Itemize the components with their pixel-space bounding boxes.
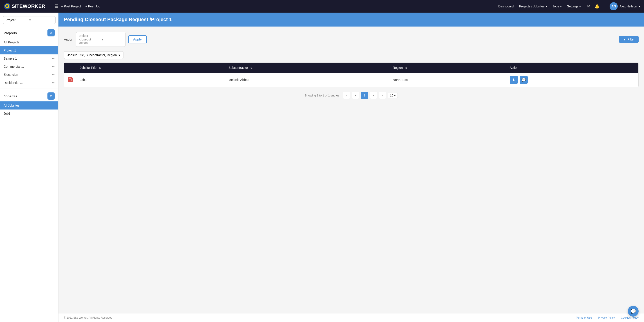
th-subcontractor: Subcontractor ⇅ (225, 63, 389, 73)
column-filter-chevron: ▾ (118, 53, 120, 57)
row-region: North-East (389, 73, 506, 87)
page-header: Pending Closeout Package Request /Projec… (58, 12, 644, 26)
jobsite-sort-icon[interactable]: ⇅ (99, 66, 101, 70)
jobsites-filter-button[interactable]: ⊘ (48, 92, 55, 100)
apply-button[interactable]: Apply (128, 35, 147, 44)
row-subcontractor: Melanie Abbott (225, 73, 389, 87)
menu-icon[interactable]: ☰ (54, 4, 58, 9)
row-jobsite-title: Job1 (76, 73, 225, 87)
data-table-container: Jobsite Title ⇅ Subcontractor ⇅ Region ⇅ (64, 62, 638, 87)
download-icon: ⬇ (512, 78, 515, 82)
pagination-info: Showing 1 to 1 of 1 entries (305, 94, 339, 97)
page-size-value: 10 (390, 94, 393, 97)
post-job-button[interactable]: + Post Job (86, 4, 100, 8)
filter-button[interactable]: ▼ Filter (619, 36, 638, 43)
table-body: Job1 Melanie Abbott North-East ⬇ 💬 (64, 73, 638, 87)
projects-filter-button[interactable]: ⊘ (48, 29, 55, 36)
message-button[interactable]: 💬 (520, 76, 528, 84)
avatar: AN (610, 2, 618, 10)
row-checkbox-cell (64, 73, 76, 87)
user-name: Alex Neilson (620, 4, 637, 8)
main-nav: Dashboard Projects / Jobsites ▾ Jobs ▾ S… (496, 3, 583, 10)
sidebar-item-sample1[interactable]: Sample 1 ✏ (0, 54, 58, 62)
th-action: Action (506, 63, 638, 73)
footer-links: Terms of Use | Privacy Policy | Cookies … (576, 316, 638, 319)
chat-icon: 💬 (630, 308, 636, 314)
terms-link[interactable]: Terms of Use (576, 316, 592, 319)
content-area: Action Select closeout action ▾ Apply ▼ … (58, 26, 644, 313)
jobs-chevron-icon: ▾ (560, 4, 562, 8)
email-icon[interactable]: ✉ (587, 4, 590, 9)
projects-section-header: Projects ⊘ (0, 28, 58, 38)
settings-link[interactable]: Settings ▾ (565, 3, 583, 10)
logo-icon (4, 3, 11, 10)
region-sort-icon[interactable]: ⇅ (405, 66, 407, 70)
filter-icon: ▼ (623, 38, 626, 41)
prev-page-button[interactable]: ‹ (352, 92, 359, 99)
download-button[interactable]: ⬇ (510, 76, 518, 84)
row-action-buttons: ⬇ 💬 (510, 76, 635, 84)
app-layout: Project ▾ Projects ⊘ All Projects Projec… (0, 12, 644, 322)
sidebar-item-electrician[interactable]: Electrician ✏ (0, 70, 58, 79)
navbar-actions: + Post Project + Post Job (61, 4, 100, 8)
sample1-edit-icon[interactable]: ✏ (52, 57, 55, 60)
closeout-action-chevron: ▾ (102, 38, 122, 41)
page-size-dropdown[interactable]: 10 ▾ (388, 93, 398, 98)
svg-rect-2 (69, 79, 71, 81)
th-checkbox (64, 63, 76, 73)
sidebar: Project ▾ Projects ⊘ All Projects Projec… (0, 12, 58, 322)
action-label: Action (64, 38, 73, 41)
jobs-link[interactable]: Jobs ▾ (550, 3, 564, 10)
jobsites-filter-icon: ⊘ (50, 94, 52, 98)
commercial-edit-icon[interactable]: ✏ (52, 65, 55, 68)
bell-icon[interactable]: 🔔 (594, 4, 600, 9)
privacy-link[interactable]: Privacy Policy (598, 316, 615, 319)
copyright: © 2021 Site Worker. All Rights Reserved (64, 316, 112, 319)
nav-divider-2 (605, 2, 605, 10)
projects-title: Projects (4, 31, 17, 35)
cookies-link[interactable]: Cookies Policy (621, 316, 638, 319)
row-checkbox[interactable] (68, 77, 73, 82)
column-filter-dropdown[interactable]: Jobsite Title, Subcontractor, Region ▾ (64, 51, 124, 59)
closeout-action-placeholder: Select closeout action (80, 34, 100, 45)
pagination-bar: Showing 1 to 1 of 1 entries « ‹ 1 › » 10… (64, 92, 638, 99)
projects-jobsites-link[interactable]: Projects / Jobsites ▾ (517, 3, 549, 10)
electrician-edit-icon[interactable]: ✏ (52, 73, 55, 76)
next-page-button[interactable]: › (370, 92, 377, 99)
column-filter-label: Jobsite Title, Subcontractor, Region (67, 53, 117, 57)
sidebar-item-job1[interactable]: Job1 (0, 110, 58, 118)
page-size-chevron: ▾ (394, 94, 396, 97)
jobsites-title: Jobsites (4, 94, 17, 98)
last-page-button[interactable]: » (379, 92, 386, 99)
post-project-button[interactable]: + Post Project (61, 4, 81, 8)
row-action-cell: ⬇ 💬 (506, 73, 638, 87)
subcontractor-sort-icon[interactable]: ⇅ (250, 66, 252, 70)
user-chevron-icon: ▾ (639, 4, 640, 8)
sidebar-item-residential[interactable]: Residential ... ✏ (0, 79, 58, 87)
logo-text: SITEWORKER (12, 3, 45, 9)
sidebar-item-project1[interactable]: Project 1 (0, 46, 58, 54)
jobsites-list: All Jobsites Job1 (0, 102, 58, 118)
page-title: Pending Closeout Package Request /Projec… (64, 17, 638, 22)
chat-widget[interactable]: 💬 (628, 306, 638, 316)
navbar: SITEWORKER ☰ + Post Project + Post Job D… (0, 0, 644, 12)
sidebar-divider (0, 88, 58, 89)
jobsites-section-header: Jobsites ⊘ (0, 90, 58, 102)
sidebar-item-commercial[interactable]: Commercial ... ✏ (0, 62, 58, 70)
sidebar-item-all-jobsites[interactable]: All Jobsites (0, 102, 58, 110)
page-1-button[interactable]: 1 (361, 92, 368, 99)
th-jobsite-title: Jobsite Title ⇅ (76, 63, 225, 73)
projects-list: All Projects Project 1 Sample 1 ✏ Commer… (0, 38, 58, 87)
residential-edit-icon[interactable]: ✏ (52, 81, 55, 84)
first-page-button[interactable]: « (343, 92, 350, 99)
logo[interactable]: SITEWORKER (4, 3, 45, 10)
footer: © 2021 Site Worker. All Rights Reserved … (58, 313, 644, 322)
message-icon: 💬 (522, 78, 526, 82)
sidebar-item-all-projects[interactable]: All Projects (0, 38, 58, 46)
table-head: Jobsite Title ⇅ Subcontractor ⇅ Region ⇅ (64, 63, 638, 73)
th-region: Region ⇅ (389, 63, 506, 73)
closeout-action-dropdown[interactable]: Select closeout action ▾ (76, 32, 126, 47)
project-type-dropdown[interactable]: Project ▾ (3, 16, 56, 24)
user-profile[interactable]: AN Alex Neilson ▾ (610, 2, 640, 10)
dashboard-link[interactable]: Dashboard (496, 3, 516, 10)
